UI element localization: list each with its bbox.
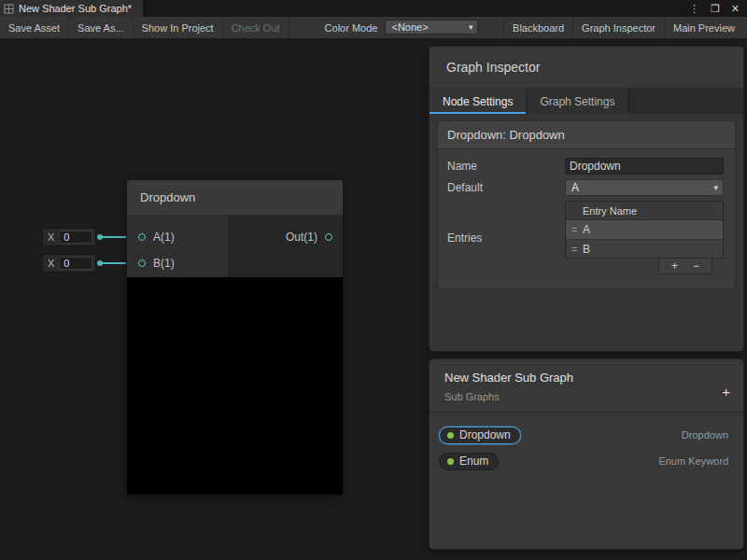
entries-list-container: Entry Name = A = B (565, 201, 724, 274)
blackboard-item-enum: Enum Enum Keyword (430, 448, 743, 474)
toolbar: Save Asset Save As... Show In Project Ch… (0, 17, 747, 39)
item-type: Enum Keyword (658, 455, 728, 467)
default-value: A (571, 181, 579, 194)
window-controls: ⋮ ❐ ✕ (689, 0, 747, 17)
default-dropdown[interactable]: A ▾ (565, 179, 724, 196)
dropdown-property-pill[interactable]: Dropdown (439, 427, 521, 444)
input-port-a-label: A(1) (153, 231, 175, 244)
blackboard-toggle-button[interactable]: Blackboard (503, 17, 572, 38)
blackboard-item-dropdown: Dropdown Dropdown (430, 422, 743, 448)
dropdown-settings-section: Dropdown: Dropdown Name Default A ▾ (437, 120, 736, 289)
color-mode-dropdown[interactable]: <None> ▾ (385, 20, 478, 35)
node-input-ports: A(1) B(1) (127, 216, 228, 277)
default-row: Default A ▾ (447, 179, 724, 196)
entries-label: Entries (447, 231, 565, 245)
edge-endpoint-icon (97, 234, 103, 240)
enum-property-pill[interactable]: Enum (439, 453, 499, 470)
color-mode-label: Color Mode (317, 17, 386, 38)
input-a-value-field[interactable]: X 0 (42, 228, 96, 246)
node-output-ports: Out(1) (228, 216, 343, 277)
default-label: Default (447, 181, 565, 194)
chevron-down-icon: ▾ (713, 183, 718, 192)
check-out-button: Check Out (223, 17, 289, 38)
save-asset-button[interactable]: Save Asset (0, 17, 69, 38)
chevron-down-icon: ▾ (469, 22, 473, 32)
inspector-title: Graph Inspector (430, 47, 743, 88)
maximize-icon[interactable]: ❐ (711, 3, 720, 15)
item-label: Dropdown (459, 428, 511, 441)
entries-list: Entry Name = A = B (565, 201, 724, 259)
graph-inspector-panel: Graph Inspector Node Settings Graph Sett… (430, 47, 743, 351)
item-type: Dropdown (682, 429, 728, 441)
entry-name: B (583, 243, 590, 256)
entries-row: Entries Entry Name = A = B (447, 201, 724, 274)
color-mode-value: <None> (391, 21, 428, 33)
drag-handle-icon[interactable]: = (566, 244, 583, 255)
node-title: Dropdown (140, 190, 195, 204)
entry-row-a[interactable]: = A (566, 220, 723, 239)
blackboard-header: New Shader Sub Graph Sub Graphs + (430, 359, 743, 413)
axis-label: X (43, 231, 59, 243)
blackboard-title: New Shader Sub Graph (444, 371, 728, 385)
tab-node-settings[interactable]: Node Settings (430, 89, 527, 114)
remove-entry-button[interactable]: − (693, 259, 699, 273)
document-tab-title: New Shader Sub Graph* (19, 3, 132, 14)
name-row: Name (447, 158, 724, 175)
port-circle-icon[interactable] (138, 259, 146, 267)
dropdown-node[interactable]: Dropdown A(1) B(1) Out(1) (127, 180, 343, 495)
port-circle-icon[interactable] (138, 233, 146, 241)
section-body: Name Default A ▾ Entries (438, 149, 735, 288)
inspector-tabs: Node Settings Graph Settings (430, 88, 743, 114)
input-port-b-label: B(1) (153, 257, 175, 270)
output-port-out: Out(1) (228, 224, 343, 250)
main-preview-toggle-button[interactable]: Main Preview (664, 17, 743, 38)
item-label: Enum (459, 455, 488, 468)
entry-name: A (583, 223, 590, 236)
add-entry-button[interactable]: + (671, 259, 678, 273)
save-as-button[interactable]: Save As... (69, 17, 134, 38)
more-icon[interactable]: ⋮ (689, 3, 699, 15)
axis-label: X (43, 258, 59, 269)
close-icon[interactable]: ✕ (731, 3, 740, 15)
section-title: Dropdown: Dropdown (438, 121, 735, 149)
name-label: Name (447, 160, 565, 173)
document-tab[interactable]: New Shader Sub Graph* (0, 0, 143, 17)
graph-inspector-toggle-button[interactable]: Graph Inspector (572, 17, 664, 38)
blackboard-subtitle: Sub Graphs (444, 391, 728, 402)
edge-endpoint-icon (97, 260, 103, 266)
blackboard-items: Dropdown Dropdown Enum Enum Keyword (430, 413, 743, 474)
output-port-label: Out(1) (286, 231, 317, 244)
item-dot-icon (447, 432, 454, 439)
entries-list-header: Entry Name (566, 202, 723, 220)
input-port-a: A(1) (127, 224, 228, 250)
shader-graph-window: New Shader Sub Graph* ⋮ ❐ ✕ Save Asset S… (0, 0, 747, 560)
shader-graph-icon (4, 4, 14, 14)
input-b-value[interactable]: 0 (59, 257, 92, 270)
node-body: A(1) B(1) Out(1) (127, 216, 343, 277)
tab-graph-settings[interactable]: Graph Settings (527, 89, 628, 114)
input-port-b: B(1) (127, 250, 228, 276)
node-preview (127, 277, 343, 495)
entries-list-buttons: + − (658, 259, 712, 274)
entry-row-b[interactable]: = B (566, 239, 723, 258)
item-dot-icon (447, 458, 454, 465)
toolbar-right-group: Blackboard Graph Inspector Main Preview (503, 17, 743, 38)
show-in-project-button[interactable]: Show In Project (134, 17, 223, 38)
drag-handle-icon[interactable]: = (566, 224, 583, 235)
titlebar: New Shader Sub Graph* ⋮ ❐ ✕ (0, 0, 747, 17)
input-b-value-field[interactable]: X 0 (42, 254, 96, 273)
port-circle-icon[interactable] (325, 233, 332, 241)
inspector-content: Dropdown: Dropdown Name Default A ▾ (430, 114, 743, 351)
node-header[interactable]: Dropdown (127, 180, 343, 216)
input-a-value[interactable]: 0 (59, 231, 92, 244)
blackboard-panel: New Shader Sub Graph Sub Graphs + Dropdo… (430, 359, 743, 549)
add-property-button[interactable]: + (722, 384, 730, 399)
name-input[interactable] (565, 158, 724, 175)
entries-list-footer: + − (565, 259, 712, 274)
